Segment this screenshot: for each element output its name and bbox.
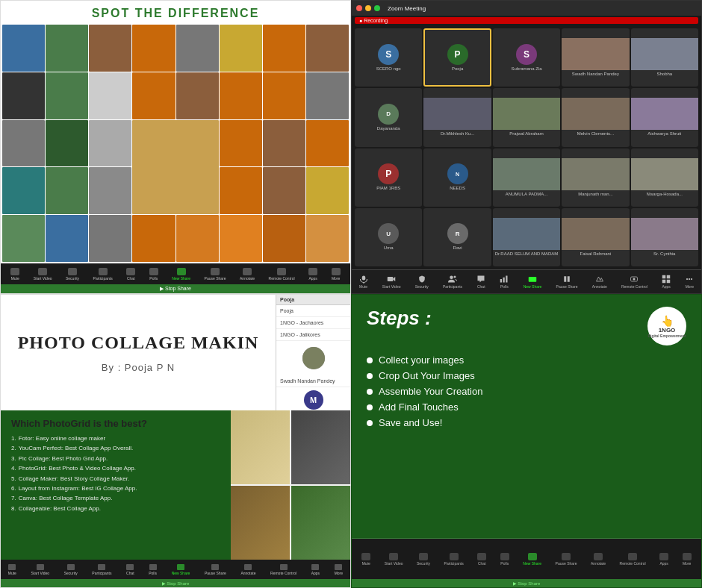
toolbar-annotate-bl[interactable]: Annotate	[240, 564, 255, 575]
pg-image-tea	[231, 410, 290, 484]
steps-tb-chat[interactable]: Chat	[477, 553, 486, 566]
photo-avatar	[631, 98, 698, 130]
toolbar-new-share[interactable]: New Share	[172, 268, 190, 281]
tb-mute[interactable]: Mute	[359, 275, 368, 289]
photogrid-section: Which PhotoGrid is the best? 1.Fotor: Ea…	[1, 410, 350, 560]
toolbar-apps-bl[interactable]: Apps	[311, 564, 320, 575]
tb-apps[interactable]: Apps	[662, 275, 671, 289]
quadrant-zoom-meeting: Zoom Meeting ● Recording S SCERO ngo P P…	[351, 0, 702, 294]
toolbar-participants-bl[interactable]: Participants	[92, 564, 111, 575]
svg-rect-15	[667, 275, 671, 279]
tb-security[interactable]: Security	[415, 275, 429, 289]
participant-name: Manjunath man...	[578, 192, 612, 197]
steps-tb-apps[interactable]: Apps	[659, 553, 668, 566]
photo-avatar	[493, 218, 560, 250]
steps-tb-annotate[interactable]: Annotate	[591, 553, 606, 566]
quadrant-collage-making: PHOTO COLLAGE MAKIN By : Pooja P N Pooja…	[0, 294, 351, 588]
svg-rect-10	[564, 276, 566, 282]
maximize-button[interactable]	[374, 5, 380, 11]
toolbar-mute-bl[interactable]: Mute	[8, 564, 16, 575]
steps-tb-polls[interactable]: Polls	[500, 553, 509, 566]
photo-cell	[220, 25, 262, 72]
slide-byline: By : Pooja P N	[102, 362, 175, 373]
step-text: Crop Out Your Images	[379, 370, 475, 381]
tb-video[interactable]: Start Video	[382, 275, 401, 289]
participant-name: Ravi	[453, 245, 462, 251]
tb-chat[interactable]: Chat	[476, 275, 485, 289]
user-avatar	[302, 347, 325, 369]
step-text: Add Final Touches	[379, 401, 459, 413]
tb-remote[interactable]: Remote Control	[621, 275, 647, 289]
participant-name: ANUMULA PADMA...	[506, 192, 548, 197]
toolbar-apps[interactable]: Apps	[308, 268, 317, 281]
list-item: 4.PhotoGrid: Best Photo & Video Collage …	[11, 465, 220, 472]
steps-tb-more[interactable]: More	[683, 553, 692, 566]
toolbar-more[interactable]: More	[332, 268, 341, 281]
toolbar-remote[interactable]: Remote Control	[269, 268, 295, 281]
close-button[interactable]	[356, 5, 362, 11]
participant-dayananda: D Dayananda	[355, 88, 422, 146]
toolbar-video-bl[interactable]: Start Video	[31, 564, 49, 575]
steps-tb-security[interactable]: Security	[417, 553, 430, 566]
toolbar-participants[interactable]: Participants	[93, 268, 113, 281]
steps-tb-new-share[interactable]: New Share	[523, 553, 541, 566]
participant-name: Aishwarya Shruti	[647, 131, 681, 137]
side-panel-header: Pooja	[276, 295, 350, 305]
steps-tb-pause[interactable]: Pause Share	[556, 553, 577, 566]
toolbar-chat-bl[interactable]: Chat	[126, 564, 134, 575]
toolbar-polls-bl[interactable]: Polls	[149, 564, 157, 575]
toolbar-more-bl[interactable]: More	[335, 564, 343, 575]
participant-name: PIAM 1RBS	[376, 186, 400, 191]
photo-avatar	[631, 38, 698, 70]
steps-tb-remote[interactable]: Remote Control	[620, 553, 646, 566]
participant-name: Dayananda	[377, 126, 400, 131]
tb-polls[interactable]: Polls	[500, 275, 509, 289]
avatar: D	[378, 104, 399, 125]
bl-zoom-toolbar: Mute Start Video Security Participants C…	[1, 560, 350, 579]
steps-tb-video[interactable]: Start Video	[385, 553, 403, 566]
tb-new-share[interactable]: New Share	[524, 275, 542, 289]
minimize-button[interactable]	[365, 5, 371, 11]
toolbar-mute[interactable]: Mute	[10, 268, 19, 281]
steps-tb-mute[interactable]: Mute	[361, 553, 370, 566]
toolbar-new-share-bl[interactable]: New Share	[172, 564, 190, 575]
toolbar-remote-bl[interactable]: Remote Control	[270, 564, 296, 575]
photo-cell	[2, 72, 45, 119]
svg-rect-8	[506, 276, 508, 283]
toolbar-pause-bl[interactable]: Pause Share	[205, 564, 226, 575]
steps-zoom-screenshot: Mute Start Video Security Participants C…	[352, 538, 701, 579]
toolbar-annotate[interactable]: Annotate	[240, 268, 255, 281]
zoom-window-header: Zoom Meeting	[352, 1, 701, 16]
participant-p: P PIAM 1RBS	[355, 148, 422, 207]
participant-subramana: S Subramana Zia	[493, 28, 560, 87]
participant-sr-cynthia: Sr. Cynthia	[631, 208, 698, 266]
step-text: Assemble Your Creation	[379, 386, 482, 397]
toolbar-pause-share[interactable]: Pause Share	[205, 268, 226, 281]
photo-cell	[306, 25, 349, 72]
toolbar-security-bl[interactable]: Security	[64, 564, 78, 575]
m-avatar: M	[304, 390, 323, 410]
participant-name: Subramana Zia	[511, 66, 541, 72]
steps-toolbar-row: Mute Start Video Security Participants C…	[352, 551, 701, 567]
bullet-icon	[367, 357, 373, 363]
toolbar-polls[interactable]: Polls	[149, 268, 158, 281]
tb-annotate[interactable]: Annotate	[592, 275, 607, 289]
toolbar-chat[interactable]: Chat	[126, 268, 135, 281]
tb-more[interactable]: More	[685, 275, 694, 289]
photo-collage-grid	[1, 23, 350, 263]
photo-cell	[263, 120, 305, 167]
tb-pause-share[interactable]: Pause Share	[556, 275, 578, 289]
side-panel-item: 1NGO - Jachaores	[276, 317, 350, 329]
tb-participants[interactable]: Participants	[443, 275, 462, 289]
photo-cell	[263, 167, 305, 214]
photo-cell	[132, 25, 175, 72]
svg-rect-7	[503, 278, 505, 283]
participant-shobha: Shobha	[631, 28, 698, 87]
participant-name: Prajwal Abraham	[509, 131, 543, 137]
photo-cell	[306, 167, 349, 214]
steps-tb-participants[interactable]: Participants	[444, 553, 464, 566]
toolbar-security[interactable]: Security	[66, 268, 79, 281]
photo-cell	[263, 72, 305, 119]
bl-green-banner: ▶ Stop Share	[1, 579, 350, 587]
toolbar-video[interactable]: Start Video	[34, 268, 52, 281]
